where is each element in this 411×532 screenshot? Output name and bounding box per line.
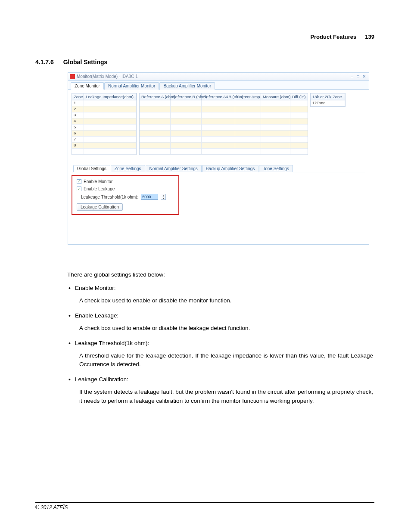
list-item: Leakage Calibration: [67, 375, 373, 384]
leakage-cell [84, 118, 137, 124]
table-row: 7 [72, 137, 137, 143]
intro-text: There are global settings listed below: [67, 271, 373, 280]
list-item-desc: A threshold value for the leakage detect… [79, 352, 373, 370]
list-item-title: Leakage Threshold(1k ohm): [75, 339, 373, 348]
table-row [140, 124, 308, 131]
section-heading: 4.1.7.6 Global Settings [35, 59, 107, 65]
list-item-desc: If the system detects a leakage fault, b… [79, 388, 373, 406]
zone-cell: 4 [72, 118, 84, 124]
table-row: 2 [72, 106, 137, 112]
table-row [140, 112, 308, 118]
header-title: Product Features [310, 34, 356, 40]
table-row [140, 131, 308, 137]
table-row: 1 [72, 100, 137, 106]
list-item-title: Leakage Calibration: [75, 375, 373, 384]
leakage-cell [84, 106, 137, 112]
zone-cell: 1 [72, 100, 84, 106]
tab-global-settings[interactable]: Global Settings [73, 165, 110, 172]
ref-header: Diff (%) [290, 93, 308, 100]
leakage-cell [84, 137, 137, 143]
table-row [140, 143, 308, 149]
zone-cell: 2 [72, 106, 84, 112]
list-item: Enable Leakage: [67, 311, 373, 320]
lower-tabs: Global Settings Zone Settings Normal Amp… [72, 165, 365, 172]
zone-cell: 7 [72, 137, 84, 143]
table-row: 6 [72, 131, 137, 137]
table-row [140, 100, 308, 106]
enable-monitor-checkbox[interactable]: ✓ [77, 179, 81, 184]
header-page-number: 139 [365, 34, 374, 40]
zone-grid-header: Zone [72, 93, 84, 100]
app-icon [70, 74, 75, 79]
enable-leakage-checkbox[interactable]: ✓ [77, 187, 81, 191]
leakage-calibration-button[interactable]: Leakage Calibration [77, 203, 123, 211]
ref-header: Measure (ohm) [261, 93, 290, 100]
ref-header: Reference B (ohm) [171, 93, 202, 100]
maximize-icon[interactable]: □ [355, 74, 361, 79]
zone-type-grid: 18k or 20k Zone 1kTone [310, 93, 346, 107]
leakage-cell [84, 143, 137, 149]
tab-backup-amp-settings[interactable]: Backup Amplifier Settings [202, 165, 258, 172]
tab-tone-settings[interactable]: Tone Settings [259, 165, 293, 172]
table-row: 3 [72, 112, 137, 118]
threshold-input[interactable]: 5000 [141, 194, 158, 200]
table-row [140, 137, 308, 143]
table-row [140, 118, 308, 124]
body-text: There are global settings listed below: … [67, 271, 373, 412]
list-item: Leakage Threshold(1k ohm): [67, 339, 373, 348]
zone-type-cell: 1kTone [311, 100, 345, 106]
tab-zone-monitor[interactable]: Zone Monitor [71, 82, 104, 90]
list-item: Enable Monitor: [67, 284, 373, 293]
enable-leakage-label: Enable Leakage [84, 187, 115, 191]
list-item-desc: A check box used to enable or disable th… [79, 324, 373, 333]
zone-grid: Zone Leakage Impedance(ohm) 12345678 [72, 93, 137, 155]
list-item-title: Enable Leakage: [75, 311, 373, 320]
zone-cell: 8 [72, 143, 84, 149]
zone-type-header: 18k or 20k Zone [311, 93, 345, 100]
tab-backup-amp-monitor[interactable]: Backup Amplifier Monitor [159, 82, 215, 90]
ref-header: Reference A&B (ohm) [202, 93, 235, 100]
close-icon[interactable]: ✕ [361, 74, 367, 79]
upper-tabs: Zone Monitor Normal Amplifier Monitor Ba… [68, 81, 369, 90]
leakage-cell [84, 112, 137, 118]
section-number: 4.1.7.6 [35, 59, 54, 65]
list-item-desc: A check box used to enable or disable th… [79, 296, 373, 305]
list-item-title: Enable Monitor: [75, 284, 373, 293]
app-window: Monitor(Matrix Mode) - IDA8C 1 – □ ✕ Zon… [68, 72, 369, 245]
table-row: 5 [72, 124, 137, 131]
zone-grid-header: Leakage Impedance(ohm) [84, 93, 137, 100]
threshold-label: Leakeage Threshold(1k ohm): [81, 195, 138, 199]
table-row: 4 [72, 118, 137, 124]
tab-zone-settings[interactable]: Zone Settings [111, 165, 145, 172]
tab-normal-amp-monitor[interactable]: Normal Amplifier Monitor [104, 82, 159, 90]
page-header: Product Features 139 [35, 34, 374, 42]
page-footer: © 2012 ATEÏS [35, 502, 374, 510]
zone-cell: 6 [72, 131, 84, 137]
leakage-cell [84, 100, 137, 106]
table-row [140, 106, 308, 112]
ref-header: Current Amp [235, 93, 261, 100]
threshold-spinner[interactable]: ▲▼ [161, 194, 166, 200]
leakage-cell [84, 124, 137, 131]
ref-header: Reference A (ohm) [140, 93, 171, 100]
global-settings-box: ✓ Enable Monitor ✓ Enable Leakage Leakea… [72, 175, 179, 215]
zone-cell: 3 [72, 112, 84, 118]
zone-cell: 5 [72, 124, 84, 131]
tab-normal-amp-settings[interactable]: Normal Amplifier Settings [146, 165, 202, 172]
reference-grid: Reference A (ohm) Reference B (ohm) Refe… [139, 93, 308, 155]
window-title: Monitor(Matrix Mode) - IDA8C 1 [77, 74, 138, 79]
titlebar: Monitor(Matrix Mode) - IDA8C 1 – □ ✕ [68, 73, 369, 81]
enable-monitor-label: Enable Monitor [84, 179, 112, 184]
leakage-cell [84, 131, 137, 137]
section-title: Global Settings [63, 59, 108, 65]
table-row: 8 [72, 143, 137, 149]
minimize-icon[interactable]: – [349, 74, 355, 79]
